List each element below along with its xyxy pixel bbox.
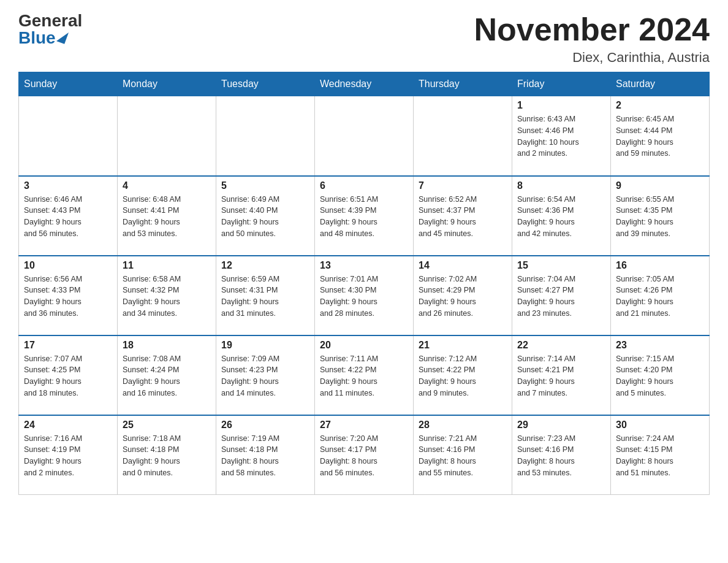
day-number: 4 — [123, 180, 211, 191]
calendar-cell: 5Sunrise: 6:49 AMSunset: 4:40 PMDaylight… — [216, 176, 315, 256]
calendar-cell: 10Sunrise: 6:56 AMSunset: 4:33 PMDayligh… — [19, 256, 118, 335]
day-info: Sunrise: 7:07 AMSunset: 4:25 PMDaylight:… — [24, 353, 112, 399]
calendar-cell — [118, 96, 216, 176]
calendar-cell: 24Sunrise: 7:16 AMSunset: 4:19 PMDayligh… — [19, 415, 118, 495]
day-number: 21 — [419, 340, 507, 351]
day-info: Sunrise: 7:16 AMSunset: 4:19 PMDaylight:… — [24, 433, 112, 479]
day-number: 7 — [419, 180, 507, 191]
day-info: Sunrise: 7:21 AMSunset: 4:16 PMDaylight:… — [419, 433, 507, 479]
day-info: Sunrise: 6:54 AMSunset: 4:36 PMDaylight:… — [517, 194, 605, 240]
calendar-cell: 30Sunrise: 7:24 AMSunset: 4:15 PMDayligh… — [611, 415, 710, 495]
day-number: 1 — [517, 100, 605, 111]
day-number: 18 — [123, 340, 211, 351]
day-number: 24 — [24, 419, 112, 431]
day-info: Sunrise: 6:56 AMSunset: 4:33 PMDaylight:… — [24, 274, 112, 320]
calendar-cell: 21Sunrise: 7:12 AMSunset: 4:22 PMDayligh… — [414, 335, 512, 415]
day-number: 16 — [616, 260, 704, 271]
day-info: Sunrise: 7:15 AMSunset: 4:20 PMDaylight:… — [616, 353, 704, 399]
calendar-cell: 18Sunrise: 7:08 AMSunset: 4:24 PMDayligh… — [118, 335, 216, 415]
day-info: Sunrise: 6:52 AMSunset: 4:37 PMDaylight:… — [419, 194, 507, 240]
weekday-header-thursday: Thursday — [414, 72, 512, 96]
day-info: Sunrise: 7:04 AMSunset: 4:27 PMDaylight:… — [517, 274, 605, 320]
logo-blue-text: Blue — [18, 29, 67, 47]
calendar-cell: 3Sunrise: 6:46 AMSunset: 4:43 PMDaylight… — [19, 176, 118, 256]
calendar-week-row: 24Sunrise: 7:16 AMSunset: 4:19 PMDayligh… — [19, 415, 710, 495]
calendar-cell — [315, 96, 414, 176]
calendar-week-row: 3Sunrise: 6:46 AMSunset: 4:43 PMDaylight… — [19, 176, 710, 256]
weekday-header-row: SundayMondayTuesdayWednesdayThursdayFrid… — [19, 72, 710, 96]
day-number: 29 — [517, 419, 605, 431]
day-info: Sunrise: 7:14 AMSunset: 4:21 PMDaylight:… — [517, 353, 605, 399]
calendar-cell: 19Sunrise: 7:09 AMSunset: 4:23 PMDayligh… — [216, 335, 315, 415]
calendar-week-row: 17Sunrise: 7:07 AMSunset: 4:25 PMDayligh… — [19, 335, 710, 415]
calendar-table: SundayMondayTuesdayWednesdayThursdayFrid… — [18, 72, 710, 495]
calendar-cell: 13Sunrise: 7:01 AMSunset: 4:30 PMDayligh… — [315, 256, 414, 335]
calendar-cell: 11Sunrise: 6:58 AMSunset: 4:32 PMDayligh… — [118, 256, 216, 335]
calendar-cell: 14Sunrise: 7:02 AMSunset: 4:29 PMDayligh… — [414, 256, 512, 335]
weekday-header-monday: Monday — [118, 72, 216, 96]
day-number: 10 — [24, 260, 112, 271]
day-info: Sunrise: 6:49 AMSunset: 4:40 PMDaylight:… — [221, 194, 309, 240]
logo-general-text: General — [18, 12, 82, 29]
title-section: November 2024 Diex, Carinthia, Austria — [474, 12, 710, 66]
day-info: Sunrise: 7:11 AMSunset: 4:22 PMDaylight:… — [320, 353, 408, 399]
month-title: November 2024 — [474, 12, 710, 47]
day-number: 11 — [123, 260, 211, 271]
day-number: 3 — [24, 180, 112, 191]
weekday-header-friday: Friday — [512, 72, 611, 96]
day-number: 19 — [221, 340, 309, 351]
calendar-cell: 8Sunrise: 6:54 AMSunset: 4:36 PMDaylight… — [512, 176, 611, 256]
day-number: 28 — [419, 419, 507, 431]
day-info: Sunrise: 7:19 AMSunset: 4:18 PMDaylight:… — [221, 433, 309, 479]
calendar-cell: 26Sunrise: 7:19 AMSunset: 4:18 PMDayligh… — [216, 415, 315, 495]
day-number: 15 — [517, 260, 605, 271]
calendar-week-row: 1Sunrise: 6:43 AMSunset: 4:46 PMDaylight… — [19, 96, 710, 176]
day-number: 25 — [123, 419, 211, 431]
day-info: Sunrise: 6:58 AMSunset: 4:32 PMDaylight:… — [123, 274, 211, 320]
logo: General Blue — [18, 12, 82, 47]
day-number: 9 — [616, 180, 704, 191]
day-info: Sunrise: 7:05 AMSunset: 4:26 PMDaylight:… — [616, 274, 704, 320]
day-number: 8 — [517, 180, 605, 191]
logo-triangle-icon — [56, 29, 69, 44]
day-info: Sunrise: 6:59 AMSunset: 4:31 PMDaylight:… — [221, 274, 309, 320]
day-number: 23 — [616, 340, 704, 351]
weekday-header-sunday: Sunday — [19, 72, 118, 96]
calendar-cell: 6Sunrise: 6:51 AMSunset: 4:39 PMDaylight… — [315, 176, 414, 256]
calendar-cell: 23Sunrise: 7:15 AMSunset: 4:20 PMDayligh… — [611, 335, 710, 415]
day-number: 6 — [320, 180, 408, 191]
calendar-cell: 20Sunrise: 7:11 AMSunset: 4:22 PMDayligh… — [315, 335, 414, 415]
weekday-header-tuesday: Tuesday — [216, 72, 315, 96]
calendar-cell: 9Sunrise: 6:55 AMSunset: 4:35 PMDaylight… — [611, 176, 710, 256]
calendar-cell: 2Sunrise: 6:45 AMSunset: 4:44 PMDaylight… — [611, 96, 710, 176]
calendar-cell: 29Sunrise: 7:23 AMSunset: 4:16 PMDayligh… — [512, 415, 611, 495]
calendar-cell: 7Sunrise: 6:52 AMSunset: 4:37 PMDaylight… — [414, 176, 512, 256]
calendar-cell: 1Sunrise: 6:43 AMSunset: 4:46 PMDaylight… — [512, 96, 611, 176]
day-number: 27 — [320, 419, 408, 431]
day-info: Sunrise: 7:02 AMSunset: 4:29 PMDaylight:… — [419, 274, 507, 320]
day-info: Sunrise: 7:20 AMSunset: 4:17 PMDaylight:… — [320, 433, 408, 479]
day-info: Sunrise: 7:08 AMSunset: 4:24 PMDaylight:… — [123, 353, 211, 399]
day-info: Sunrise: 7:23 AMSunset: 4:16 PMDaylight:… — [517, 433, 605, 479]
day-info: Sunrise: 6:46 AMSunset: 4:43 PMDaylight:… — [24, 194, 112, 240]
day-number: 17 — [24, 340, 112, 351]
day-number: 22 — [517, 340, 605, 351]
day-info: Sunrise: 6:55 AMSunset: 4:35 PMDaylight:… — [616, 194, 704, 240]
day-info: Sunrise: 7:09 AMSunset: 4:23 PMDaylight:… — [221, 353, 309, 399]
day-info: Sunrise: 6:51 AMSunset: 4:39 PMDaylight:… — [320, 194, 408, 240]
day-number: 14 — [419, 260, 507, 271]
day-number: 13 — [320, 260, 408, 271]
day-info: Sunrise: 7:18 AMSunset: 4:18 PMDaylight:… — [123, 433, 211, 479]
day-number: 20 — [320, 340, 408, 351]
calendar-cell: 27Sunrise: 7:20 AMSunset: 4:17 PMDayligh… — [315, 415, 414, 495]
page-header: General Blue November 2024 Diex, Carinth… — [18, 12, 710, 66]
location-text: Diex, Carinthia, Austria — [474, 50, 710, 66]
calendar-cell: 15Sunrise: 7:04 AMSunset: 4:27 PMDayligh… — [512, 256, 611, 335]
day-number: 26 — [221, 419, 309, 431]
day-number: 12 — [221, 260, 309, 271]
day-info: Sunrise: 7:24 AMSunset: 4:15 PMDaylight:… — [616, 433, 704, 479]
calendar-cell — [414, 96, 512, 176]
calendar-cell: 16Sunrise: 7:05 AMSunset: 4:26 PMDayligh… — [611, 256, 710, 335]
calendar-cell: 25Sunrise: 7:18 AMSunset: 4:18 PMDayligh… — [118, 415, 216, 495]
day-info: Sunrise: 6:48 AMSunset: 4:41 PMDaylight:… — [123, 194, 211, 240]
